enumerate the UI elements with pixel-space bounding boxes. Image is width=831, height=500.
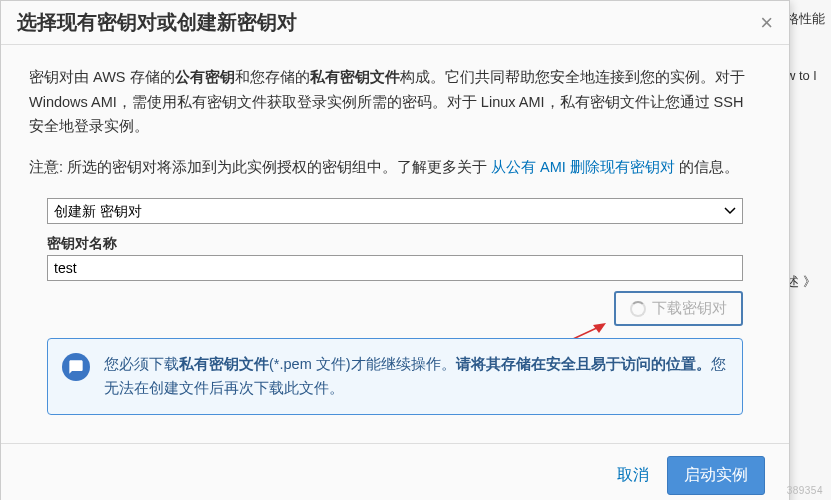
bg-text-3: 述 》 xyxy=(786,273,826,291)
close-icon[interactable]: × xyxy=(760,10,773,36)
remove-keypair-link[interactable]: 从公有 AMI 删除现有密钥对 xyxy=(491,159,675,175)
keypair-name-input[interactable] xyxy=(47,255,743,281)
dialog-footer: 取消 启动实例 xyxy=(1,443,789,500)
keypair-option-row: 创建新 密钥对 xyxy=(29,198,761,224)
download-warning-notice: 您必须下载私有密钥文件(*.pem 文件)才能继续操作。请将其存储在安全且易于访… xyxy=(47,338,743,414)
speech-bubble-icon xyxy=(62,353,90,381)
bg-text-2: w to l xyxy=(786,68,826,83)
loading-spinner-icon xyxy=(630,301,646,317)
description-paragraph: 密钥对由 AWS 存储的公有密钥和您存储的私有密钥文件构成。它们共同帮助您安全地… xyxy=(29,65,761,139)
dialog-body: 密钥对由 AWS 存储的公有密钥和您存储的私有密钥文件构成。它们共同帮助您安全地… xyxy=(1,45,789,443)
launch-instance-button[interactable]: 启动实例 xyxy=(667,456,765,495)
dialog-title-text: 选择现有密钥对或创建新密钥对 xyxy=(17,9,297,36)
cancel-button[interactable]: 取消 xyxy=(613,459,653,492)
keypair-name-row xyxy=(29,255,761,281)
dialog-header: 选择现有密钥对或创建新密钥对 × xyxy=(1,1,789,45)
download-button-label: 下载密钥对 xyxy=(652,299,727,318)
svg-marker-1 xyxy=(593,323,606,333)
keypair-name-label: 密钥对名称 xyxy=(29,232,761,256)
bg-text-1: 格性能 xyxy=(786,10,826,28)
download-keypair-button[interactable]: 下载密钥对 xyxy=(614,291,743,326)
download-row: 下载密钥对 xyxy=(47,291,743,326)
note-paragraph: 注意: 所选的密钥对将添加到为此实例授权的密钥组中。了解更多关于 从公有 AMI… xyxy=(29,155,761,180)
keypair-option-select[interactable]: 创建新 密钥对 xyxy=(47,198,743,224)
keypair-dialog: 选择现有密钥对或创建新密钥对 × 密钥对由 AWS 存储的公有密钥和您存储的私有… xyxy=(0,0,790,500)
watermark-text: 389354 xyxy=(787,485,823,496)
